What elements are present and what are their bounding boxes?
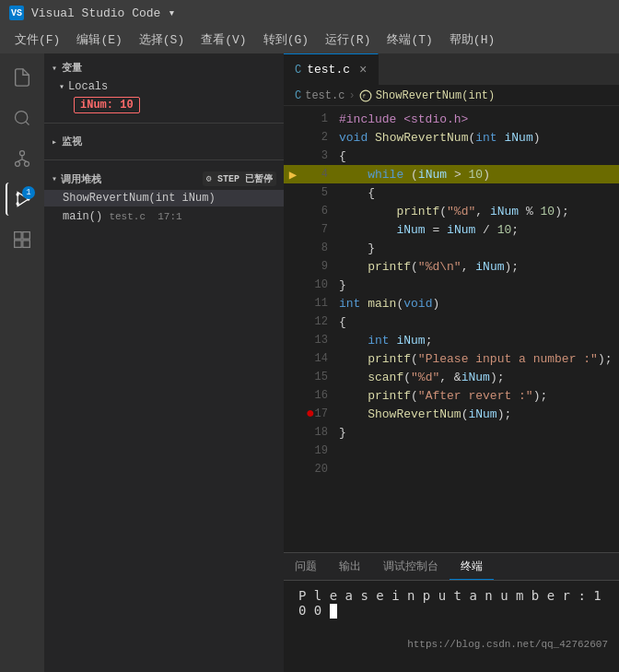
line-num-3: 3	[302, 149, 339, 162]
svg-rect-14	[15, 241, 22, 248]
line-num-13: 13	[302, 334, 339, 347]
variable-value-display: iNum: 10	[74, 97, 140, 113]
watermark-url: https://blog.csdn.net/qq_42762607	[407, 639, 608, 650]
breadcrumb-func: ShowRevertNum(int)	[376, 89, 496, 102]
variable-inum[interactable]: iNum: 10	[44, 95, 284, 115]
code-editor[interactable]: 1 #include <stdio.h> 2 void ShowRevertNu…	[284, 106, 619, 552]
line-content-4: while (iNum > 10)	[339, 168, 619, 182]
panel-tab-problems[interactable]: 问题	[284, 553, 328, 580]
sidebar-sep-1	[44, 123, 284, 124]
code-line-9: 9 printf("%d\n", iNum);	[284, 257, 619, 276]
breadcrumb-file: test.c	[305, 89, 345, 102]
line-num-6: 6	[302, 205, 339, 218]
callstack-func-0: ShowRevertNum(int iNum)	[63, 192, 216, 205]
menu-item-h[interactable]: 帮助(H)	[442, 28, 502, 52]
svg-line-7	[22, 159, 27, 162]
svg-rect-13	[23, 232, 30, 239]
extensions-icon[interactable]	[6, 223, 39, 256]
menu-item-e[interactable]: 编辑(E)	[69, 28, 129, 52]
menu-item-s[interactable]: 选择(S)	[132, 28, 192, 52]
code-line-10: 10 }	[284, 276, 619, 294]
variable-name: iNum:	[80, 99, 113, 112]
callstack-section: ▾ 调用堆栈 ⚙ STEP 已暂停 ShowRevertNum(int iNum…	[44, 164, 284, 229]
panel-tab-debug-console[interactable]: 调试控制台	[372, 553, 450, 580]
svg-text:f: f	[362, 93, 366, 100]
panel-tab-problems-label: 问题	[295, 559, 317, 574]
variables-section: ▾ 变量 ▾ Locals iNum: 10	[44, 53, 284, 119]
line-num-1: 1	[302, 112, 339, 125]
watch-section: ▸ 监视	[44, 127, 284, 156]
debug-run-icon[interactable]: 1	[6, 183, 39, 216]
terminal-content[interactable]: P l e a s e i n p u t a n u m b e r : 1 …	[284, 581, 619, 672]
callstack-item-0[interactable]: ShowRevertNum(int iNum)	[44, 190, 284, 206]
terminal-output: P l e a s e i n p u t a n u m b e r : 1 …	[298, 588, 601, 618]
breadcrumb-file-icon: C	[295, 89, 301, 102]
bottom-panel: 问题 输出 调试控制台 终端 P l e a s e i n p u t a n…	[284, 552, 619, 672]
callstack-status-badge: ⚙ STEP 已暂停	[203, 171, 276, 186]
menu-item-f[interactable]: 文件(F)	[7, 28, 67, 52]
line-content-6: printf("%d", iNum % 10);	[339, 205, 619, 218]
watch-label: 监视	[62, 135, 83, 148]
line-content-2: void ShowRevertNum(int iNum)	[339, 131, 619, 145]
code-line-4: ▶ 4 while (iNum > 10)	[284, 165, 619, 183]
code-line-7: 7 iNum = iNum / 10;	[284, 220, 619, 239]
menu-item-g[interactable]: 转到(G)	[256, 28, 316, 52]
svg-line-1	[26, 122, 29, 125]
callstack-func-1: main()	[63, 210, 102, 223]
files-icon[interactable]	[6, 61, 39, 94]
line-content-13: int iNum;	[339, 334, 619, 348]
locals-arrow: ▾	[59, 81, 64, 92]
menu-item-t[interactable]: 终端(T)	[380, 28, 439, 52]
search-icon[interactable]	[6, 101, 39, 135]
line-num-10: 10	[302, 278, 339, 291]
code-line-6: 6 printf("%d", iNum % 10);	[284, 202, 619, 220]
callstack-item-1[interactable]: main() test.c 17:1	[44, 208, 284, 225]
titlebar: VS Visual Studio Code ▾	[0, 0, 619, 26]
line-content-11: int main(void)	[339, 297, 619, 311]
line-num-15: 15	[302, 371, 339, 383]
code-line-19: 19	[284, 442, 619, 460]
vscode-icon: VS	[9, 6, 24, 20]
tab-bar: C test.c ×	[284, 53, 619, 86]
code-line-20: 20	[284, 460, 619, 478]
tab-test-c[interactable]: C test.c ×	[284, 53, 379, 85]
sidebar: ▾ 变量 ▾ Locals iNum: 10 ▸ 监视	[44, 53, 284, 672]
code-line-3: 3 {	[284, 147, 619, 165]
line-num-7: 7	[302, 223, 339, 236]
svg-point-2	[20, 151, 25, 156]
line-content-10: }	[339, 278, 619, 292]
line-content-9: printf("%d\n", iNum);	[339, 260, 619, 274]
panel-tab-output[interactable]: 输出	[328, 553, 372, 580]
svg-point-9	[17, 193, 19, 195]
svg-rect-15	[23, 241, 30, 248]
callstack-header[interactable]: ▾ 调用堆栈 ⚙ STEP 已暂停	[44, 168, 284, 190]
line-num-17: ● 17	[302, 407, 339, 420]
svg-line-6	[18, 159, 22, 162]
svg-point-4	[25, 161, 29, 166]
callstack-location-1: test.c 17:1	[109, 211, 181, 222]
line-content-15: scanf("%d", &iNum);	[339, 371, 619, 384]
panel-tab-terminal-label: 终端	[461, 559, 483, 574]
line-num-2: 2	[302, 131, 339, 144]
code-line-11: 11 int main(void)	[284, 294, 619, 312]
code-line-1: 1 #include <stdio.h>	[284, 110, 619, 128]
code-line-12: 12 {	[284, 312, 619, 331]
variables-collapse-arrow: ▾	[52, 63, 58, 74]
terminal-cursor	[330, 604, 337, 619]
svg-point-3	[16, 161, 20, 166]
menu-item-v[interactable]: 查看(V)	[193, 28, 253, 52]
source-control-icon[interactable]	[6, 142, 39, 175]
titlebar-dropdown-arrow[interactable]: ▾	[168, 6, 175, 20]
line-content-8: }	[339, 242, 619, 255]
locals-header[interactable]: ▾ Locals	[44, 78, 284, 95]
svg-point-11	[17, 202, 19, 205]
line-content-1: #include <stdio.h>	[339, 112, 619, 126]
watch-header[interactable]: ▸ 监视	[44, 131, 284, 152]
menu-item-r[interactable]: 运行(R)	[318, 28, 378, 52]
variables-header[interactable]: ▾ 变量	[44, 57, 284, 78]
panel-tab-terminal[interactable]: 终端	[450, 553, 494, 580]
tab-close-button[interactable]: ×	[359, 63, 367, 77]
breadcrumb-sep-1: ›	[348, 89, 355, 102]
code-content: 1 #include <stdio.h> 2 void ShowRevertNu…	[284, 106, 619, 552]
callstack-label: 调用堆栈	[61, 172, 101, 186]
